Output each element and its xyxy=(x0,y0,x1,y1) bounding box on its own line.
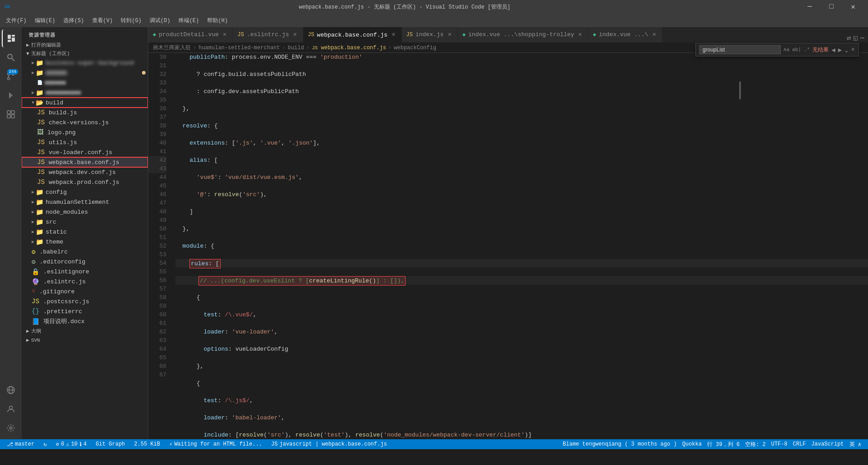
explorer-icon[interactable] xyxy=(2,29,20,47)
code-editor[interactable]: publicPath: process.env.NODE_ENV === 'pr… xyxy=(171,53,868,439)
error-status[interactable]: ⊘ 0 ⚠ 10 ℹ 4 xyxy=(53,439,89,449)
tab-index-vue-1[interactable]: ◆ index.vue ...\shopping-trolley × xyxy=(458,27,589,42)
indentation-status[interactable]: 空格: 2 xyxy=(743,439,768,449)
outline-section[interactable]: ▶大纲 xyxy=(22,326,148,336)
quokka-status[interactable]: Quokka xyxy=(680,439,704,449)
tab-webpack-base[interactable]: JS webpack.base.conf.js × xyxy=(303,27,402,42)
menu-debug[interactable]: 调试(D) xyxy=(146,15,174,26)
static-folder[interactable]: ▶ 📁 static xyxy=(22,227,148,237)
sync-status[interactable]: ↻ xyxy=(41,439,49,449)
file-size-status[interactable]: 2.55 KiB xyxy=(132,439,163,449)
menu-select[interactable]: 选择(S) xyxy=(60,15,88,26)
postcssrc-item[interactable]: JS .postcssrc.js xyxy=(22,296,148,306)
editorconfig-item[interactable]: ⚙ .editorconfig xyxy=(22,257,148,267)
workspace-section[interactable]: ▼无标题 (工作区) xyxy=(22,49,148,58)
tab-close-button[interactable]: × xyxy=(222,30,228,39)
sync-icon[interactable]: ⇄ xyxy=(847,33,851,42)
breadcrumb-part[interactable]: build xyxy=(288,45,304,51)
open-editors-section[interactable]: ▶打开的编辑器 xyxy=(22,41,148,49)
find-prev-button[interactable]: ◀ xyxy=(831,46,835,54)
tab-index-js[interactable]: JS index.js × xyxy=(402,27,458,42)
more-actions-icon[interactable]: ⋯ xyxy=(860,33,864,42)
menu-terminal[interactable]: 终端(E) xyxy=(175,15,203,26)
close-button[interactable]: ✕ xyxy=(843,0,863,14)
tab-product-detail[interactable]: ◆ productDetail.vue × xyxy=(148,27,233,42)
list-item[interactable]: ▶ 📁 ■■■■■■ xyxy=(22,68,148,78)
build-js-item[interactable]: JS build.js xyxy=(22,108,148,117)
split-editor-icon[interactable]: ◱ xyxy=(854,33,858,42)
theme-folder[interactable]: ▶ 📁 theme xyxy=(22,237,148,247)
branch-status[interactable]: ⎇ master xyxy=(5,439,37,449)
huamulan-folder[interactable]: ▶ 📁 huamulanSettlement xyxy=(22,197,148,207)
breadcrumb-part[interactable]: huamulan-settled-merchant xyxy=(198,45,280,51)
tab-close-button[interactable]: × xyxy=(292,30,298,39)
account-icon[interactable] xyxy=(2,400,20,418)
filename: .prettierrc xyxy=(43,308,82,315)
config-folder[interactable]: ▶ 📁 config xyxy=(22,187,148,197)
locale-status[interactable]: 英 ∧ xyxy=(847,439,863,449)
find-next-button[interactable]: ▶ xyxy=(838,46,842,54)
tab-close-button[interactable]: × xyxy=(651,30,657,39)
check-versions-item[interactable]: JS check-versions.js xyxy=(22,117,148,127)
language-mode-status[interactable]: JS javascript | webpack.base.conf.js xyxy=(269,439,389,449)
webpack-base-conf-item[interactable]: JS webpack.base.conf.js xyxy=(22,157,148,167)
match-case-button[interactable]: Aa xyxy=(783,47,789,52)
editor-area: ◆ productDetail.vue × JS .eslintrc.js × … xyxy=(148,27,868,439)
find-input[interactable] xyxy=(699,45,781,54)
extensions-icon[interactable] xyxy=(2,105,20,123)
prettierrc-item[interactable]: {} .prettierrc xyxy=(22,306,148,316)
git-graph-status[interactable]: Git Graph xyxy=(94,439,127,449)
find-collapse-button[interactable]: ⌄ xyxy=(844,46,848,54)
tab-index-vue-2[interactable]: ◆ index.vue ...\ × xyxy=(588,27,662,42)
menu-file[interactable]: 文件(F) xyxy=(2,15,30,26)
webpack-prod-item[interactable]: JS webpack.prod.conf.js xyxy=(22,177,148,187)
sidebar: 资源管理器 ▶打开的编辑器 ▼无标题 (工作区) ▶ 📁 business-su… xyxy=(22,27,148,439)
src-folder[interactable]: ▶ 📁 src xyxy=(22,217,148,227)
build-folder[interactable]: ▼ 📂 build xyxy=(22,98,148,108)
remote-icon[interactable] xyxy=(2,381,20,399)
settings-icon[interactable] xyxy=(2,419,20,437)
tab-close-button[interactable]: × xyxy=(390,30,396,39)
breadcrumb-part[interactable]: JS webpack.base.conf.js xyxy=(312,45,386,51)
file-tree: ▶ 📁 business-super-background ▶ 📁 ■■■■■■… xyxy=(22,58,148,439)
tab-close-button[interactable]: × xyxy=(446,30,453,39)
editor-content[interactable]: 30313233 34353637 38394041 42 43 4445464… xyxy=(148,53,868,439)
utils-js-item[interactable]: JS utils.js xyxy=(22,137,148,147)
encoding-status[interactable]: UTF-8 xyxy=(769,439,790,449)
svn-section[interactable]: ▶SVN xyxy=(22,336,148,344)
vue-loader-item[interactable]: JS vue-loader.conf.js xyxy=(22,147,148,157)
debug-icon[interactable] xyxy=(2,86,20,104)
menu-help[interactable]: 帮助(H) xyxy=(203,15,231,26)
logo-png-item[interactable]: 🖼 logo.png xyxy=(22,127,148,137)
eslintignore-item[interactable]: 🔒 .eslintignore xyxy=(22,267,148,277)
maximize-button[interactable]: □ xyxy=(821,0,842,14)
js-file-icon: JS xyxy=(37,139,45,146)
project-desc-item[interactable]: 📘 项目说明.docx xyxy=(22,316,148,326)
eslintrc-item[interactable]: 🔮 .eslintrc.js xyxy=(22,277,148,287)
whole-word-button[interactable]: ab| xyxy=(792,47,801,52)
blame-status[interactable]: Blame tengwenqiang ( 3 months ago ) xyxy=(561,439,679,449)
list-item[interactable]: ▶ 📁 business-super-background xyxy=(22,58,148,68)
tab-close-button[interactable]: × xyxy=(577,30,583,39)
menu-goto[interactable]: 转到(G) xyxy=(117,15,145,26)
webpack-dev-item[interactable]: JS webpack.dev.conf.js xyxy=(22,167,148,177)
search-activity-icon[interactable] xyxy=(2,48,20,66)
node-modules-folder[interactable]: ▶ 📁 node_modules xyxy=(22,207,148,217)
list-item[interactable]: ▶ 📁 ■■■■■■■■■■ xyxy=(22,88,148,98)
list-item[interactable]: 📄 ■■■■■■ xyxy=(22,78,148,88)
cursor-position[interactable]: 行 39，列 6 xyxy=(705,439,742,449)
line-ending-status[interactable]: CRLF xyxy=(791,439,808,449)
babelrc-item[interactable]: ⚙ .babelrc xyxy=(22,247,148,257)
menu-edit[interactable]: 编辑(E) xyxy=(31,15,59,26)
language-status[interactable]: JavaScript xyxy=(809,439,846,449)
breadcrumb-part[interactable]: 画木兰商家入驻 xyxy=(153,44,191,52)
find-close-button[interactable]: × xyxy=(851,46,855,53)
menu-view[interactable]: 查看(V) xyxy=(89,15,117,26)
minimize-button[interactable]: ─ xyxy=(799,0,820,14)
source-control-icon[interactable]: 244 xyxy=(2,67,20,85)
gitignore-item[interactable]: ⑂ .gitignore xyxy=(22,287,148,296)
regex-button[interactable]: .* xyxy=(804,47,810,52)
breadcrumb-symbol[interactable]: webpackConfig xyxy=(394,45,436,51)
waiting-status[interactable]: ⚡ Waiting for an HTML file... xyxy=(167,439,264,449)
tab-eslintrc[interactable]: JS .eslintrc.js × xyxy=(233,27,303,42)
